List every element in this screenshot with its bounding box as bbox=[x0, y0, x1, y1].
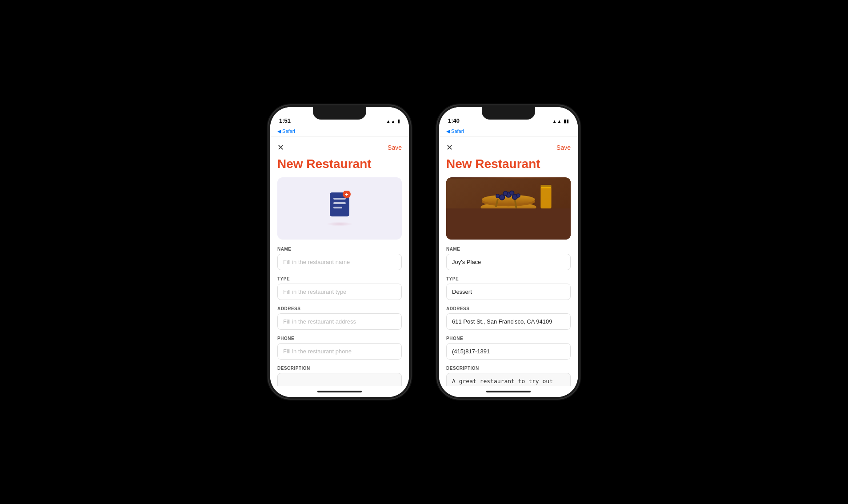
address-input-empty[interactable] bbox=[277, 313, 402, 330]
page-title-empty: New Restaurant bbox=[277, 157, 402, 171]
svg-point-9 bbox=[479, 212, 537, 222]
address-label-empty: ADDRESS bbox=[277, 306, 402, 311]
battery-icon-filled: ▮▮ bbox=[564, 118, 569, 124]
phone-empty: 1:51 ▲▲ ▮ ◀ Safari ✕ Save New Restaurant bbox=[268, 105, 411, 399]
wifi-icon: ▲▲ bbox=[386, 119, 396, 124]
top-nav-empty: ✕ Save bbox=[277, 144, 402, 152]
status-icons-filled: ▲▲ ▮▮ bbox=[552, 118, 569, 124]
close-button-empty[interactable]: ✕ bbox=[277, 144, 284, 152]
svg-point-8 bbox=[474, 217, 543, 234]
svg-rect-30 bbox=[540, 185, 551, 188]
top-nav-filled: ✕ Save bbox=[446, 144, 571, 152]
safari-back-filled[interactable]: ◀ Safari bbox=[446, 128, 464, 134]
phone-input-empty[interactable] bbox=[277, 343, 402, 360]
svg-point-28 bbox=[517, 194, 520, 197]
svg-text:+: + bbox=[345, 191, 348, 198]
description-label-empty: DESCRIPTION bbox=[277, 366, 402, 371]
name-label-empty: NAME bbox=[277, 247, 402, 252]
name-input-empty[interactable] bbox=[277, 254, 402, 270]
description-field-group-filled: DESCRIPTION A great restaurant to try ou… bbox=[446, 366, 571, 386]
save-button-filled[interactable]: Save bbox=[556, 144, 571, 151]
description-label-filled: DESCRIPTION bbox=[446, 366, 571, 371]
svg-rect-2 bbox=[333, 202, 346, 204]
name-field-group-empty: NAME bbox=[277, 247, 402, 270]
home-indicator-filled bbox=[439, 386, 578, 397]
add-image-icon: + bbox=[326, 191, 353, 226]
close-button-filled[interactable]: ✕ bbox=[446, 144, 453, 152]
name-field-group-filled: NAME bbox=[446, 247, 571, 270]
type-input-empty[interactable] bbox=[277, 284, 402, 300]
pancake-svg bbox=[446, 177, 571, 240]
type-label-empty: TYPE bbox=[277, 276, 402, 281]
address-field-group-empty: ADDRESS bbox=[277, 306, 402, 330]
image-placeholder-empty[interactable]: + bbox=[277, 177, 402, 240]
address-input-filled[interactable] bbox=[446, 313, 571, 330]
description-textarea-filled[interactable]: A great restaurant to try out bbox=[446, 373, 571, 386]
address-field-group-filled: ADDRESS bbox=[446, 306, 571, 330]
home-bar-filled bbox=[486, 391, 531, 392]
notebook-svg: + bbox=[328, 191, 351, 218]
home-indicator-empty bbox=[270, 386, 409, 397]
battery-icon: ▮ bbox=[397, 118, 400, 124]
type-label-filled: TYPE bbox=[446, 276, 571, 281]
phone-input-filled[interactable] bbox=[446, 343, 571, 360]
description-textarea-empty[interactable] bbox=[277, 373, 402, 386]
svg-point-22 bbox=[504, 192, 507, 195]
phone-field-group-filled: PHONE bbox=[446, 336, 571, 360]
phone-label-empty: PHONE bbox=[277, 336, 402, 341]
phone-filled: 1:40 ▲▲ ▮▮ ◀ Safari ✕ Save New Restauran… bbox=[437, 105, 580, 399]
name-label-filled: NAME bbox=[446, 247, 571, 252]
phone-field-group-empty: PHONE bbox=[277, 336, 402, 360]
page-title-filled: New Restaurant bbox=[446, 157, 571, 171]
svg-rect-7 bbox=[446, 178, 571, 238]
type-input-filled[interactable] bbox=[446, 284, 571, 300]
address-label-filled: ADDRESS bbox=[446, 306, 571, 311]
svg-rect-1 bbox=[333, 198, 346, 200]
status-icons-empty: ▲▲ ▮ bbox=[386, 118, 400, 124]
svg-point-24 bbox=[510, 191, 514, 195]
svg-point-10 bbox=[479, 210, 537, 220]
svg-rect-3 bbox=[333, 207, 342, 208]
status-time-filled: 1:40 bbox=[448, 117, 460, 124]
save-button-empty[interactable]: Save bbox=[388, 144, 402, 151]
safari-back-empty[interactable]: ◀ Safari bbox=[277, 128, 295, 134]
wifi-icon-filled: ▲▲ bbox=[552, 119, 562, 124]
safari-bar-filled: ◀ Safari bbox=[439, 127, 578, 136]
type-field-group-filled: TYPE bbox=[446, 276, 571, 300]
svg-rect-29 bbox=[540, 187, 551, 208]
type-field-group-empty: TYPE bbox=[277, 276, 402, 300]
safari-bar-empty: ◀ Safari bbox=[270, 127, 409, 136]
screen-content-filled: ✕ Save New Restaurant bbox=[439, 136, 578, 386]
svg-point-16 bbox=[500, 195, 504, 200]
screen-content-empty: ✕ Save New Restaurant bbox=[270, 136, 409, 386]
food-image-filled[interactable] bbox=[446, 177, 571, 240]
status-time-empty: 1:51 bbox=[279, 117, 291, 124]
description-field-group-empty: DESCRIPTION bbox=[277, 366, 402, 386]
phone-label-filled: PHONE bbox=[446, 336, 571, 341]
home-bar-empty bbox=[317, 391, 362, 392]
svg-point-26 bbox=[496, 195, 499, 198]
name-input-filled[interactable] bbox=[446, 254, 571, 270]
